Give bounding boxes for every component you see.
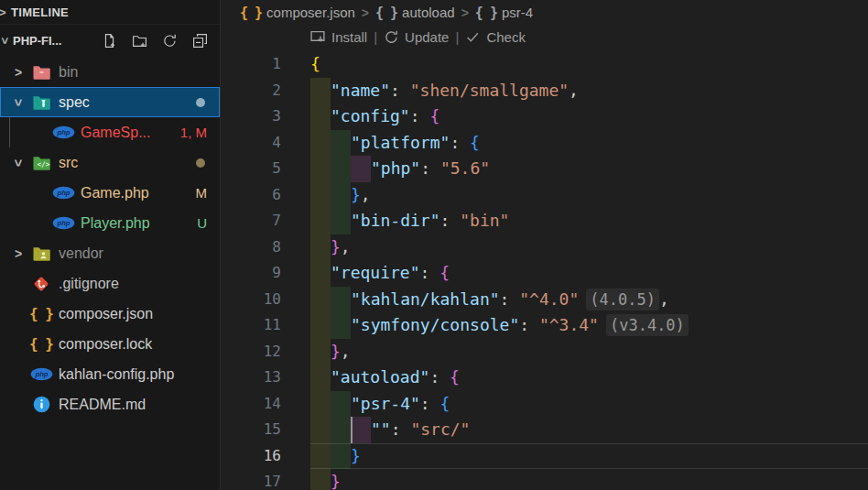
line-number[interactable]: 13 — [221, 365, 281, 391]
line-number[interactable]: 8 — [221, 234, 281, 261]
token-punc: , — [659, 287, 669, 313]
timeline-section-header[interactable]: > TIMELINE — [0, 0, 220, 25]
chevron-down-icon[interactable]: > — [11, 92, 26, 114]
line-number[interactable]: 11 — [221, 312, 281, 339]
code-line-content[interactable]: "platform": { — [310, 130, 868, 157]
chevron-right-icon[interactable]: > — [7, 65, 29, 80]
line-number[interactable]: 4 — [221, 130, 281, 157]
code-line-content[interactable]: "": "src/" — [310, 417, 868, 443]
codelens-check[interactable]: Check — [465, 29, 526, 45]
line-number[interactable]: 5 — [221, 156, 281, 182]
codelens-update[interactable]: Update — [384, 29, 449, 45]
code-line-content[interactable]: } — [310, 443, 868, 470]
collapse-folders-icon[interactable] — [191, 33, 208, 49]
breadcrumb-item-psr-4[interactable]: { }psr-4 — [475, 5, 533, 21]
line-number[interactable]: 12 — [221, 339, 281, 365]
php-icon: php — [51, 125, 75, 139]
tree-item-label: composer.lock — [59, 336, 152, 353]
code-line-content[interactable]: "autoload": { — [310, 365, 868, 391]
code-line-10: 10"kahlan/kahlan": "^4.0"(4.0.5), — [221, 287, 868, 313]
project-section-header[interactable]: > PHP-FI... — [0, 25, 220, 57]
tree-item-composer-json[interactable]: { }composer.json — [0, 299, 220, 329]
token-punc: , — [361, 182, 371, 209]
code-line-content[interactable]: } — [310, 469, 868, 490]
indent-guide-level-2 — [331, 156, 351, 182]
line-number[interactable]: 17 — [221, 469, 281, 490]
code-line-content[interactable]: "name": "shen/smallgame", — [310, 78, 868, 104]
line-number[interactable]: 2 — [221, 78, 281, 104]
line-number[interactable]: 1 — [221, 51, 281, 78]
code-line-content[interactable]: "symfony/console": "^3.4"(v3.4.0) — [310, 312, 868, 339]
token-str: "bin" — [460, 208, 509, 234]
tree-item-game-php[interactable]: phpGame.phpM — [0, 178, 220, 208]
code-line-content[interactable]: "bin-dir": "bin" — [310, 208, 868, 234]
chevron-down-icon[interactable]: > — [11, 152, 26, 174]
code-line-content[interactable]: "psr-4": { — [310, 391, 868, 418]
tree-item-kahlan-config-php[interactable]: phpkahlan-config.php — [0, 359, 220, 389]
code-line-content[interactable]: { — [310, 51, 868, 78]
token-str: "src/" — [410, 417, 470, 443]
indent-guide-level-2 — [331, 443, 351, 470]
line-number[interactable]: 3 — [221, 103, 281, 130]
line-number[interactable]: 6 — [221, 182, 281, 209]
code-line-17: 17} — [221, 469, 868, 490]
line-number[interactable]: 15 — [221, 417, 281, 443]
tree-item-vendor[interactable]: >vendor — [0, 238, 220, 268]
tree-item-src[interactable]: ></>src — [0, 147, 220, 178]
git-icon — [29, 275, 53, 293]
token-punc: , — [341, 339, 351, 365]
code-line-14: 14"psr-4": { — [221, 391, 868, 418]
tree-item-spec[interactable]: >spec — [0, 87, 220, 117]
new-folder-icon[interactable] — [131, 33, 147, 49]
tree-item-label: Game.php — [81, 185, 149, 201]
breadcrumb-item-composer-json[interactable]: { }composer.json — [240, 5, 355, 21]
token-str: "shen/smallgame" — [410, 78, 569, 104]
tree-item-composer-lock[interactable]: { }composer.lock — [0, 329, 220, 359]
chevron-right-icon[interactable]: > — [7, 246, 29, 261]
php-icon: php — [51, 186, 75, 200]
svg-text:php: php — [56, 189, 70, 197]
code-line-content[interactable]: "config": { — [310, 103, 868, 130]
indent-guide-level-1 — [310, 312, 331, 339]
line-number[interactable]: 16 — [221, 443, 281, 470]
code-line-content[interactable]: "kahlan/kahlan": "^4.0"(4.0.5), — [310, 287, 868, 313]
refresh-explorer-icon[interactable] — [161, 33, 178, 49]
tree-item-label: .gitignore — [59, 276, 119, 292]
token-str: "5.6" — [440, 156, 490, 182]
tree-item-player-php[interactable]: phpPlayer.phpU — [0, 208, 220, 238]
token-key: "name" — [331, 78, 390, 104]
tree-item-readme-md[interactable]: README.md — [0, 389, 220, 419]
token-b2: { — [439, 260, 450, 287]
tree-item-gitignore[interactable]: .gitignore — [0, 268, 220, 299]
codelens-install[interactable]: Install — [309, 29, 367, 45]
indent-guide-level-2 — [331, 391, 351, 418]
code-line-content[interactable]: }, — [310, 182, 868, 209]
line-number[interactable]: 9 — [221, 260, 281, 287]
indent-guide-level-1 — [310, 391, 331, 418]
file-tree: >bin>specphpGameSp...1, M></>srcphpGame.… — [0, 57, 220, 419]
line-number[interactable]: 7 — [221, 208, 281, 234]
code-line-content[interactable]: }, — [310, 234, 868, 261]
code-line-content[interactable]: }, — [310, 339, 868, 365]
indent-guide-level-1 — [310, 417, 331, 443]
token-punc: : — [440, 208, 461, 234]
tree-item-bin[interactable]: >bin — [0, 57, 220, 87]
token-b2: { — [450, 365, 460, 391]
breadcrumb-item-autoload[interactable]: { }autoload — [375, 5, 455, 21]
git-status-badge: 1, M — [180, 125, 207, 140]
line-number[interactable]: 14 — [221, 391, 281, 418]
line-number[interactable]: 10 — [221, 287, 281, 313]
indent-guide-level-1 — [310, 287, 331, 313]
token-b2: { — [429, 103, 439, 130]
code-line-content[interactable]: "require": { — [310, 260, 868, 287]
tree-item-label: Player.php — [81, 215, 150, 232]
token-key: "psr-4" — [351, 391, 420, 418]
new-file-icon[interactable] — [101, 33, 117, 49]
tree-item-label: GameSp... — [81, 125, 150, 141]
token-key: "php" — [371, 156, 420, 182]
tree-item-gamesp[interactable]: phpGameSp...1, M — [0, 117, 220, 147]
code-line-content[interactable]: "php": "5.6" — [310, 156, 868, 182]
code-line-12: 12}, — [221, 339, 868, 365]
codelens-separator: | — [374, 29, 377, 45]
breadcrumb-label: autoload — [402, 5, 455, 20]
